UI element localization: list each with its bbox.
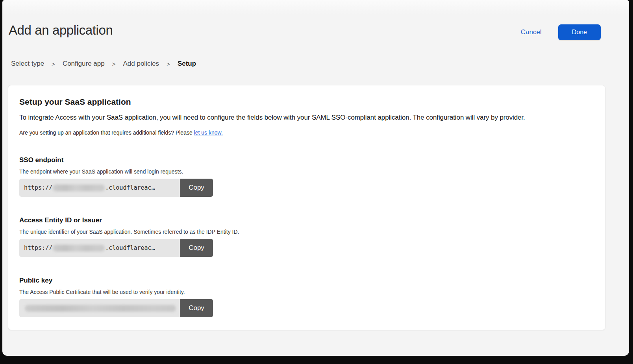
entity-id-copy-button[interactable]: Copy [180, 239, 213, 257]
breadcrumb-item-add-policies[interactable]: Add policies [123, 60, 159, 68]
field-public-key: Public key The Access Public Certificate… [19, 277, 593, 317]
card-intro: To integrate Access with your SaaS appli… [19, 114, 593, 122]
breadcrumb-separator: > [167, 61, 170, 67]
breadcrumb-item-select-type[interactable]: Select type [11, 60, 44, 68]
setup-card: Setup your SaaS application To integrate… [8, 85, 605, 330]
card-title: Setup your SaaS application [19, 97, 593, 107]
public-key-value [19, 299, 180, 317]
value-prefix: https:// [24, 184, 52, 191]
field-label: Access Entity ID or Issuer [19, 216, 593, 224]
breadcrumb-separator: > [112, 61, 116, 67]
field-sso-endpoint: SSO endpoint The endpoint where your Saa… [19, 156, 593, 197]
page-header: Add an application Cancel Done [2, 0, 629, 40]
sso-endpoint-copy-row: https://.cloudflareac… Copy [19, 179, 213, 197]
value-suffix: .cloudflareac… [105, 244, 155, 251]
page-title: Add an application [9, 23, 113, 38]
field-label: SSO endpoint [19, 156, 593, 164]
breadcrumb-separator: > [52, 61, 55, 67]
cancel-button[interactable]: Cancel [521, 28, 542, 36]
public-key-copy-button[interactable]: Copy [180, 299, 213, 317]
sso-endpoint-copy-button[interactable]: Copy [180, 179, 213, 197]
field-description: The unique identifier of your SaaS appli… [19, 229, 593, 235]
redacted-value-blur [53, 245, 105, 251]
entity-id-value: https://.cloudflareac… [19, 239, 180, 257]
done-button[interactable]: Done [558, 24, 601, 40]
breadcrumb-item-configure-app[interactable]: Configure app [63, 60, 105, 68]
note-text: Are you setting up an application that r… [19, 129, 192, 136]
breadcrumb: Select type > Configure app > Add polici… [11, 60, 629, 68]
value-prefix: https:// [24, 244, 52, 251]
breadcrumb-item-setup: Setup [178, 60, 196, 68]
field-access-entity-id: Access Entity ID or Issuer The unique id… [19, 216, 593, 257]
redacted-value-blur [53, 185, 105, 191]
let-us-know-link[interactable]: let us know. [194, 129, 223, 136]
sso-endpoint-value: https://.cloudflareac… [19, 179, 180, 197]
app-screen: Add an application Cancel Done Select ty… [2, 0, 629, 356]
value-suffix: .cloudflareac… [105, 184, 155, 191]
header-actions: Cancel Done [521, 24, 601, 40]
field-description: The endpoint where your SaaS application… [19, 168, 593, 175]
entity-id-copy-row: https://.cloudflareac… Copy [19, 239, 213, 257]
field-label: Public key [19, 277, 593, 285]
redacted-value-blur [25, 305, 176, 312]
additional-fields-note: Are you setting up an application that r… [19, 129, 593, 136]
public-key-copy-row: Copy [19, 299, 213, 317]
field-description: The Access Public Certificate that will … [19, 289, 593, 295]
